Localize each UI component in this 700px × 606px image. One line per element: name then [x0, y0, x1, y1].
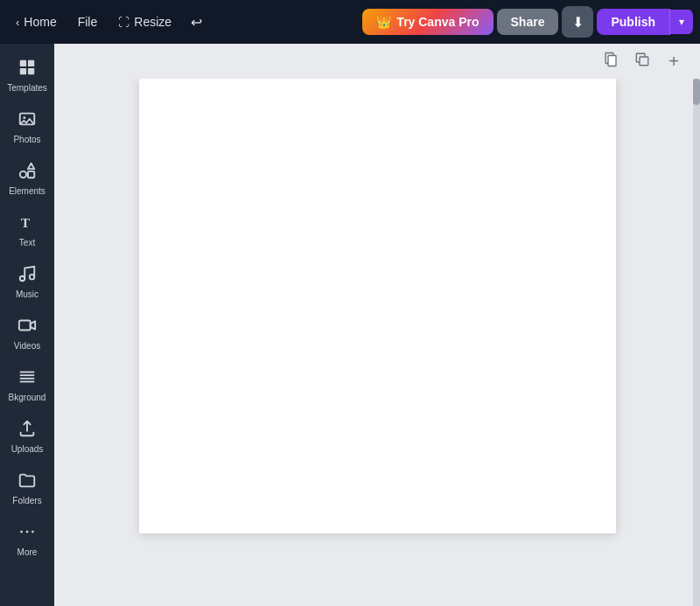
sidebar-item-more[interactable]: More — [0, 515, 54, 565]
svg-marker-8 — [28, 164, 34, 169]
share-button[interactable]: Share — [497, 9, 559, 35]
sidebar-item-background[interactable]: Bkground — [0, 360, 54, 410]
svg-rect-0 — [20, 60, 26, 66]
folders-icon — [18, 470, 37, 492]
music-icon — [18, 264, 37, 286]
chevron-down-icon: ▾ — [679, 16, 684, 28]
resize-label: Resize — [134, 15, 172, 29]
sidebar-item-uploads[interactable]: Uploads — [0, 412, 54, 462]
try-canva-button[interactable]: 👑 Try Canva Pro — [362, 9, 493, 35]
svg-rect-23 — [640, 57, 648, 66]
templates-label: Templates — [7, 83, 47, 94]
uploads-icon — [18, 419, 37, 441]
svg-rect-21 — [608, 56, 616, 66]
templates-icon — [18, 58, 37, 80]
undo-icon: ↩ — [191, 14, 202, 31]
publish-dropdown-button[interactable]: ▾ — [670, 10, 693, 34]
svg-point-19 — [32, 531, 34, 533]
scrollbar-right[interactable] — [693, 79, 700, 606]
sidebar-item-templates[interactable]: Templates — [0, 51, 54, 101]
photos-label: Photos — [13, 135, 40, 145]
svg-point-5 — [23, 116, 25, 119]
svg-point-6 — [20, 171, 26, 178]
canvas-page — [139, 79, 616, 533]
videos-icon — [18, 316, 37, 338]
elements-icon — [18, 161, 37, 183]
svg-rect-1 — [28, 60, 34, 66]
svg-rect-2 — [20, 68, 26, 74]
svg-rect-12 — [19, 321, 31, 331]
publish-button[interactable]: Publish — [597, 9, 670, 35]
sidebar-item-folders[interactable]: Folders — [0, 463, 54, 513]
try-canva-label: Try Canva Pro — [396, 15, 479, 29]
share-label: Share — [511, 15, 545, 29]
crown-icon: 👑 — [376, 15, 391, 29]
chevron-left-icon: ‹ — [16, 16, 19, 29]
add-page-button[interactable]: + — [662, 49, 686, 73]
sidebar-item-elements[interactable]: Elements — [0, 154, 54, 204]
duplicate-page-button[interactable] — [630, 49, 654, 73]
uploads-label: Uploads — [11, 444, 44, 455]
svg-point-10 — [20, 276, 25, 282]
videos-label: Videos — [14, 341, 40, 352]
home-label: Home — [24, 15, 56, 29]
scrollbar-thumb[interactable] — [693, 79, 700, 105]
more-icon — [18, 522, 37, 544]
sidebar: Templates Photos Elements T Text — [0, 44, 54, 606]
file-label: File — [78, 15, 98, 29]
background-label: Bkground — [9, 393, 46, 403]
add-icon: + — [668, 52, 679, 70]
file-button[interactable]: File — [69, 10, 107, 34]
sidebar-item-text[interactable]: T Text — [0, 205, 54, 255]
text-label: Text — [19, 238, 35, 248]
more-label: More — [18, 547, 38, 558]
resize-button[interactable]: ⛶ Resize — [109, 10, 180, 34]
page-icon — [603, 52, 619, 71]
sidebar-item-music[interactable]: Music — [0, 257, 54, 307]
background-icon — [18, 367, 37, 389]
publish-label: Publish — [611, 15, 655, 29]
download-button[interactable]: ⬇ — [562, 6, 593, 38]
canvas-scroll-area[interactable] — [54, 79, 700, 606]
svg-rect-7 — [28, 171, 34, 178]
elements-label: Elements — [9, 186, 46, 197]
canvas-area: + — [54, 44, 700, 606]
publish-group: Publish ▾ — [597, 9, 693, 35]
page-settings-button[interactable] — [598, 49, 623, 73]
svg-rect-3 — [28, 68, 34, 74]
text-icon: T — [18, 212, 37, 234]
duplicate-icon — [634, 52, 650, 71]
sidebar-item-videos[interactable]: Videos — [0, 309, 54, 359]
svg-point-17 — [20, 531, 23, 533]
sidebar-item-photos[interactable]: Photos — [0, 102, 54, 152]
topbar: ‹ Home File ⛶ Resize ↩ 👑 Try Canva Pro S… — [0, 0, 700, 44]
music-label: Music — [16, 289, 38, 300]
photos-icon — [18, 109, 37, 131]
main-area: Templates Photos Elements T Text — [0, 44, 700, 606]
undo-button[interactable]: ↩ — [184, 9, 209, 36]
svg-text:T: T — [21, 215, 31, 230]
resize-icon: ⛶ — [118, 16, 130, 29]
download-icon: ⬇ — [572, 14, 584, 31]
home-button[interactable]: ‹ Home — [7, 10, 66, 34]
svg-point-18 — [26, 531, 29, 533]
folders-label: Folders — [12, 496, 41, 506]
svg-point-11 — [30, 275, 35, 280]
canvas-toolbar: + — [54, 44, 700, 79]
